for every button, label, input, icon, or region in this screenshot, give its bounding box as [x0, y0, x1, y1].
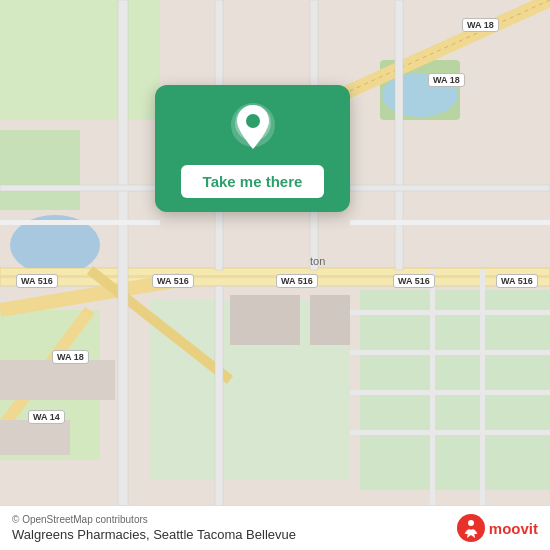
road-label-wa14-bottom: WA 14: [28, 410, 65, 424]
svg-rect-19: [395, 0, 403, 270]
svg-rect-28: [350, 430, 550, 435]
road-label-wa516-far-right: WA 516: [496, 274, 538, 288]
svg-rect-2: [0, 130, 80, 210]
road-label-wa18-top: WA 18: [462, 18, 499, 32]
svg-rect-31: [0, 360, 115, 400]
bottom-bar: © OpenStreetMap contributors Walgreens P…: [0, 505, 550, 550]
svg-rect-10: [0, 275, 550, 278]
take-me-there-button[interactable]: Take me there: [181, 165, 325, 198]
road-label-wa516-center1: WA 516: [152, 274, 194, 288]
road-label-wa516-center2: WA 516: [276, 274, 318, 288]
svg-rect-26: [350, 350, 550, 355]
svg-point-40: [468, 520, 474, 526]
moovit-label: moovit: [489, 520, 538, 537]
svg-rect-16: [118, 0, 128, 550]
svg-rect-1: [0, 0, 160, 120]
navigation-card: Take me there: [155, 85, 350, 212]
svg-rect-23: [0, 220, 160, 225]
svg-rect-33: [230, 295, 300, 345]
map-container: ton WA 18 WA 18 WA 516 WA 516 WA 516 WA …: [0, 0, 550, 550]
svg-rect-27: [350, 390, 550, 395]
svg-point-38: [246, 114, 260, 128]
svg-text:ton: ton: [310, 255, 325, 267]
road-label-wa18-right: WA 18: [428, 73, 465, 87]
copyright-text: © OpenStreetMap contributors: [12, 514, 296, 525]
svg-rect-25: [350, 310, 550, 315]
location-text: Walgreens Pharmacies, Seattle Tacoma Bel…: [12, 527, 296, 542]
road-label-wa516-right: WA 516: [393, 274, 435, 288]
road-label-wa18-bottom: WA 18: [52, 350, 89, 364]
svg-rect-22: [350, 185, 550, 191]
svg-rect-34: [310, 295, 350, 345]
moovit-brand-icon: [457, 514, 485, 542]
bottom-info: © OpenStreetMap contributors Walgreens P…: [12, 514, 296, 542]
svg-rect-21: [0, 185, 160, 191]
map-background: ton: [0, 0, 550, 550]
location-pin-icon: [231, 103, 275, 155]
svg-rect-32: [0, 420, 70, 455]
moovit-logo: moovit: [457, 514, 538, 542]
svg-point-39: [457, 514, 485, 542]
svg-rect-24: [350, 220, 550, 225]
road-label-wa516-left: WA 516: [16, 274, 58, 288]
